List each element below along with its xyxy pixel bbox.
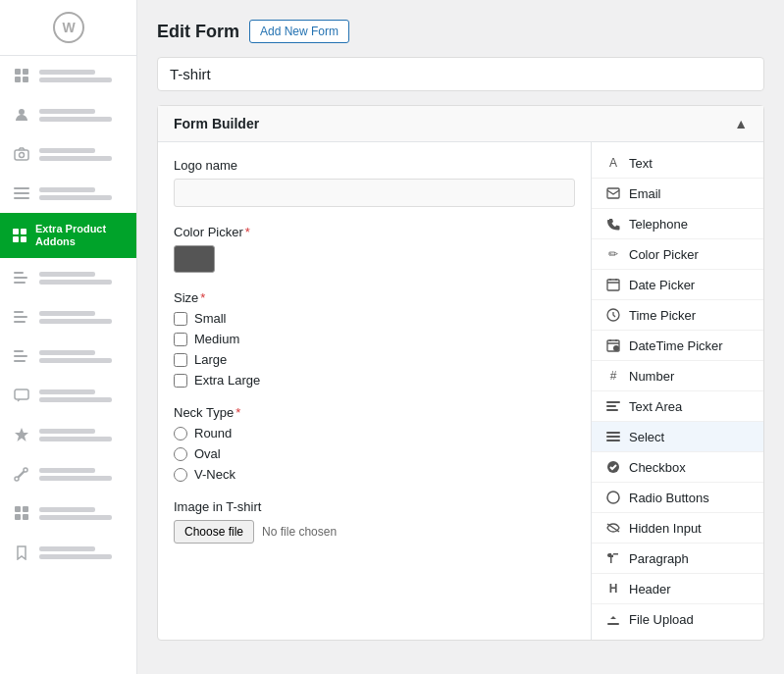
neck-round-label[interactable]: Round: [194, 426, 232, 441]
size-small-checkbox[interactable]: [174, 312, 187, 326]
size-xl-label[interactable]: Extra Large: [194, 373, 260, 388]
dashboard-icon: [12, 66, 31, 85]
sidebar-item-list3[interactable]: [0, 337, 136, 376]
neck-round: Round: [174, 426, 575, 441]
sidebar-item-tools[interactable]: [0, 454, 136, 493]
svg-rect-19: [14, 311, 24, 313]
email-type-icon: [605, 185, 621, 201]
file-chosen-text: No file chosen: [262, 525, 337, 539]
sidebar-item-star[interactable]: [0, 415, 136, 454]
svg-rect-38: [606, 409, 618, 411]
form-title-input[interactable]: [157, 57, 764, 91]
size-large-checkbox[interactable]: [174, 353, 187, 367]
field-type-label-text-area: Text Area: [629, 399, 682, 414]
field-type-telephone[interactable]: Telephone: [592, 209, 763, 239]
neck-round-radio[interactable]: [174, 427, 187, 441]
sidebar-item-users[interactable]: [0, 95, 136, 134]
neck-type-group: Neck Type * Round Oval V-Neck: [174, 405, 575, 482]
list-icon: [12, 268, 31, 287]
size-medium-checkbox[interactable]: [174, 333, 187, 346]
size-option-extra-large: Extra Large: [174, 373, 575, 388]
svg-rect-25: [15, 389, 28, 399]
neck-vneck-radio[interactable]: [174, 468, 187, 482]
collapse-button[interactable]: ▲: [734, 116, 748, 131]
field-type-label-radio: Radio Buttons: [629, 491, 709, 505]
hidden-type-icon: [605, 520, 621, 536]
sidebar-item-menu[interactable]: [0, 174, 136, 213]
sidebar-item-lines: [39, 148, 125, 161]
svg-rect-40: [606, 436, 620, 438]
field-types-panel: A Text Email Telephone ✏: [592, 142, 763, 640]
svg-rect-21: [14, 321, 26, 323]
field-type-text-area[interactable]: Text Area: [592, 391, 763, 422]
size-xl-checkbox[interactable]: [174, 374, 187, 388]
field-type-time-picker[interactable]: Time Picker: [592, 300, 763, 331]
field-type-radio[interactable]: Radio Buttons: [592, 483, 763, 513]
size-small-label[interactable]: Small: [194, 311, 227, 326]
size-large-label[interactable]: Large: [194, 352, 227, 367]
sidebar-item-lines: [39, 109, 125, 122]
size-medium-label[interactable]: Medium: [194, 332, 239, 346]
field-type-checkbox[interactable]: Checkbox: [592, 452, 763, 483]
sidebar-item-lines: [39, 272, 125, 285]
neck-oval-radio[interactable]: [174, 447, 187, 461]
svg-rect-20: [14, 316, 27, 318]
field-type-paragraph[interactable]: Paragraph: [592, 544, 763, 574]
sidebar-logo: W: [0, 0, 136, 56]
field-type-date-picker[interactable]: Date Picker: [592, 270, 763, 300]
svg-rect-22: [14, 350, 24, 352]
sidebar-item-comments[interactable]: [0, 376, 136, 415]
field-type-file-upload[interactable]: File Upload: [592, 604, 763, 634]
svg-rect-4: [15, 77, 21, 82]
form-builder-card: Form Builder ▲ Logo name Color Picker: [157, 105, 764, 641]
color-swatch[interactable]: [174, 245, 215, 273]
sidebar-item-lines: [39, 389, 125, 402]
image-group: Image in T-shirt Choose file No file cho…: [174, 499, 575, 544]
blocks-icon: [12, 503, 31, 523]
field-type-datetime-picker[interactable]: DateTime Picker: [592, 331, 763, 361]
field-type-header[interactable]: H Header: [592, 574, 763, 604]
sidebar-item-lines: [39, 468, 125, 481]
neck-oval-label[interactable]: Oval: [194, 446, 221, 461]
choose-file-button[interactable]: Choose file: [174, 520, 254, 544]
telephone-type-icon: [605, 216, 621, 232]
sidebar-item-label: Extra Product Addons: [35, 223, 125, 248]
sidebar-item-extra-product[interactable]: Extra Product Addons: [0, 213, 136, 258]
sidebar-item-bookmark[interactable]: [0, 533, 136, 572]
logo-name-input[interactable]: [174, 179, 575, 207]
field-type-color-picker[interactable]: ✏ Color Picker: [592, 239, 763, 270]
wrench-icon: [12, 464, 31, 484]
sidebar-item-list2[interactable]: [0, 297, 136, 337]
list3-icon: [12, 346, 31, 366]
field-type-number[interactable]: # Number: [592, 361, 763, 391]
sidebar-item-media[interactable]: [0, 134, 136, 174]
sidebar-item-list1[interactable]: [0, 258, 136, 297]
field-type-label-text: Text: [629, 156, 653, 171]
radio-type-icon: [605, 490, 621, 505]
sidebar-item-lines: [39, 187, 125, 200]
field-type-text[interactable]: A Text: [592, 148, 763, 179]
form-builder-title: Form Builder: [174, 116, 259, 131]
time-picker-type-icon: [605, 307, 621, 323]
sidebar-item-blocks[interactable]: [0, 493, 136, 533]
field-type-hidden[interactable]: Hidden Input: [592, 513, 763, 544]
neck-vneck-label[interactable]: V-Neck: [194, 467, 235, 482]
field-type-email[interactable]: Email: [592, 179, 763, 209]
sidebar-item-dashboard[interactable]: [0, 56, 136, 95]
file-upload-type-icon: [605, 611, 621, 627]
svg-rect-23: [14, 355, 27, 357]
svg-rect-13: [21, 229, 26, 234]
svg-text:W: W: [62, 20, 76, 35]
svg-rect-41: [606, 440, 620, 441]
field-type-select[interactable]: Select: [592, 422, 763, 452]
svg-rect-14: [13, 236, 19, 242]
form-fields-panel: Logo name Color Picker * Size: [158, 142, 592, 640]
svg-rect-16: [14, 272, 24, 274]
add-new-button[interactable]: Add New Form: [249, 20, 349, 43]
svg-rect-11: [14, 197, 29, 199]
sidebar-item-lines: [39, 546, 125, 559]
sidebar-item-lines: [39, 70, 125, 82]
svg-rect-12: [13, 229, 19, 234]
field-type-label-time-picker: Time Picker: [629, 308, 696, 323]
sidebar-item-lines: [39, 311, 125, 324]
